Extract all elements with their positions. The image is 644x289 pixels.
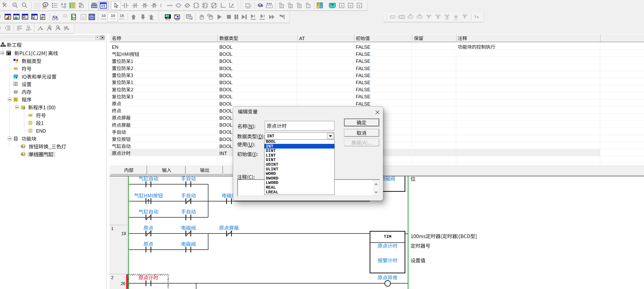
svg-text:002: 002 [90,17,94,20]
svg-text:v: v [299,4,300,8]
svg-text:16: 16 [120,13,124,18]
svg-text:HH: HH [330,3,334,6]
svg-text:x: x [290,4,292,8]
svg-text:ronon: ronon [119,18,124,20]
svg-text:10: 10 [101,13,106,18]
svg-text:z: z [281,4,282,8]
svg-text:v: v [359,4,360,7]
svg-text:ronon: ronon [110,18,116,20]
svg-text:ronon: ronon [101,18,106,20]
svg-text:ronon: ronon [246,7,250,9]
svg-text:-: - [308,4,309,8]
svg-text:z: z [341,4,342,7]
svg-text:10: 10 [111,13,115,18]
svg-text:001: 001 [90,15,94,17]
svg-text:w: w [44,3,46,6]
svg-text:CI: CI [101,5,105,8]
svg-text:SMA: SMA [92,2,97,5]
svg-text:x: x [350,4,352,7]
svg-text:ronon: ronon [149,19,154,20]
